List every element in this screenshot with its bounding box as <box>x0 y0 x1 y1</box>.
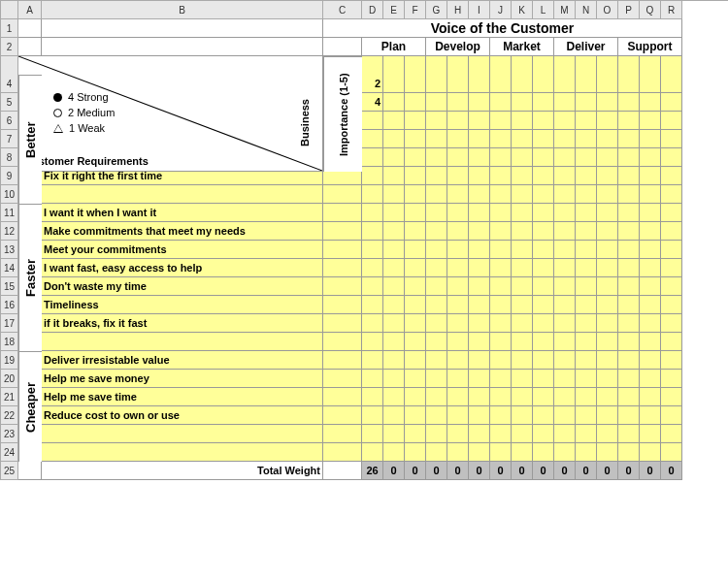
cell[interactable] <box>618 241 640 259</box>
cell[interactable] <box>554 259 576 277</box>
cell[interactable] <box>426 93 447 112</box>
cell[interactable] <box>554 93 576 112</box>
total[interactable]: 0 <box>447 462 469 480</box>
cell[interactable] <box>469 148 490 167</box>
cell[interactable] <box>42 425 323 443</box>
cell[interactable] <box>597 333 618 351</box>
cell[interactable] <box>447 185 469 204</box>
cell[interactable] <box>576 112 597 130</box>
cell[interactable] <box>576 333 597 351</box>
cell[interactable] <box>383 333 405 351</box>
cell[interactable] <box>661 204 682 222</box>
total[interactable]: 0 <box>405 462 426 480</box>
cell[interactable] <box>383 148 405 167</box>
cell[interactable] <box>618 351 640 370</box>
cell[interactable] <box>576 314 597 333</box>
col-header-B[interactable]: B <box>42 1 323 19</box>
cell[interactable] <box>576 130 597 148</box>
cell[interactable] <box>469 185 490 204</box>
total[interactable]: 0 <box>490 462 512 480</box>
cell[interactable] <box>512 388 533 406</box>
cell[interactable] <box>42 19 323 38</box>
cell[interactable] <box>405 241 426 259</box>
cell[interactable] <box>362 148 383 167</box>
cell[interactable] <box>362 222 383 241</box>
cell[interactable] <box>533 167 554 185</box>
cell[interactable] <box>362 370 383 388</box>
cell[interactable] <box>490 333 512 351</box>
col-header-P[interactable]: P <box>618 1 640 19</box>
cell[interactable] <box>490 241 512 259</box>
cell[interactable] <box>554 351 576 370</box>
cell[interactable] <box>405 75 426 93</box>
cell[interactable] <box>512 93 533 112</box>
cell[interactable] <box>405 406 426 425</box>
cell[interactable] <box>512 204 533 222</box>
cell[interactable] <box>597 370 618 388</box>
cell[interactable] <box>512 148 533 167</box>
cell[interactable] <box>533 425 554 443</box>
cell[interactable] <box>362 425 383 443</box>
cell[interactable] <box>640 277 661 296</box>
cell[interactable] <box>554 185 576 204</box>
cell[interactable] <box>490 148 512 167</box>
cell[interactable] <box>533 241 554 259</box>
cell[interactable] <box>42 333 323 351</box>
cell[interactable] <box>447 75 469 93</box>
col-header-Q[interactable]: Q <box>640 1 661 19</box>
row-header-10[interactable]: 10 <box>1 185 18 204</box>
score[interactable]: 2 <box>362 75 383 93</box>
row-header-18[interactable]: 18 <box>1 333 18 351</box>
cell[interactable] <box>512 443 533 462</box>
cell[interactable] <box>447 425 469 443</box>
cell[interactable] <box>640 185 661 204</box>
cell[interactable] <box>362 277 383 296</box>
cell[interactable] <box>533 222 554 241</box>
cell[interactable] <box>554 314 576 333</box>
cell[interactable] <box>618 406 640 425</box>
cell[interactable] <box>383 222 405 241</box>
row-header-22[interactable]: 22 <box>1 406 18 425</box>
cell[interactable] <box>323 259 362 277</box>
cell[interactable] <box>554 443 576 462</box>
cell[interactable] <box>640 314 661 333</box>
cell[interactable] <box>490 443 512 462</box>
cell[interactable] <box>597 259 618 277</box>
cell[interactable] <box>661 75 682 93</box>
cell[interactable] <box>661 259 682 277</box>
cell[interactable] <box>618 185 640 204</box>
cell[interactable] <box>447 241 469 259</box>
cell[interactable] <box>323 388 362 406</box>
cell[interactable] <box>661 388 682 406</box>
cell[interactable] <box>576 167 597 185</box>
total[interactable]: 26 <box>362 462 383 480</box>
row-header-21[interactable]: 21 <box>1 388 18 406</box>
row-header-13[interactable]: 13 <box>1 241 18 259</box>
cell[interactable] <box>405 277 426 296</box>
cell[interactable] <box>490 351 512 370</box>
cell[interactable] <box>383 112 405 130</box>
cell[interactable] <box>362 314 383 333</box>
col-header-F[interactable]: F <box>405 1 426 19</box>
cell[interactable] <box>323 204 362 222</box>
cell[interactable] <box>405 185 426 204</box>
cell[interactable] <box>469 259 490 277</box>
requirement[interactable]: Make commitments that meet my needs <box>42 222 323 241</box>
cell[interactable] <box>426 148 447 167</box>
cell[interactable] <box>447 370 469 388</box>
cell[interactable] <box>554 425 576 443</box>
cell[interactable] <box>576 277 597 296</box>
total[interactable]: 0 <box>661 462 682 480</box>
cell[interactable] <box>490 370 512 388</box>
requirement[interactable]: Timeliness <box>42 296 323 314</box>
row-header-24[interactable]: 24 <box>1 443 18 462</box>
cell[interactable] <box>618 112 640 130</box>
cell[interactable] <box>469 425 490 443</box>
total[interactable]: 0 <box>533 462 554 480</box>
row-header-25[interactable]: 25 <box>1 462 18 480</box>
cell[interactable] <box>447 204 469 222</box>
row-header-1[interactable]: 1 <box>1 19 18 38</box>
cell[interactable] <box>426 443 447 462</box>
cell[interactable] <box>426 204 447 222</box>
cell[interactable] <box>597 167 618 185</box>
